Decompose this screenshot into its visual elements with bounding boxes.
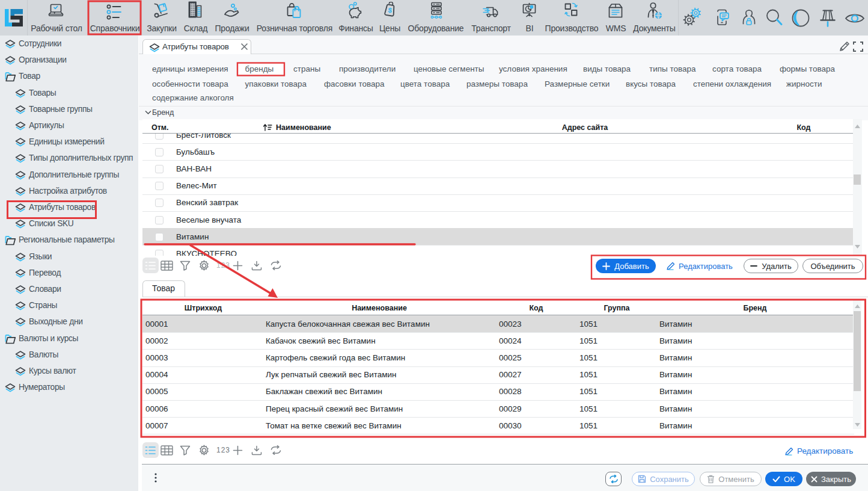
svg-text:$: $ (388, 7, 393, 14)
